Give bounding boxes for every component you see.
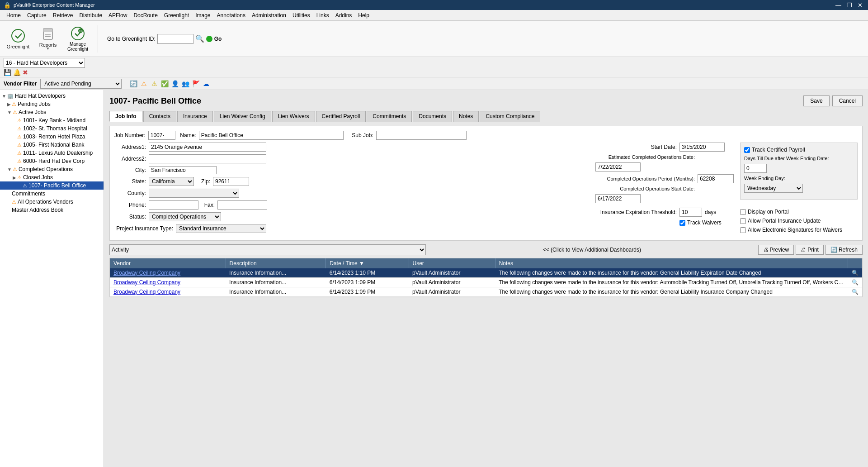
project-insurance-select[interactable]: Standard Insurance <box>176 224 266 233</box>
track-certified-checkbox[interactable] <box>744 147 750 153</box>
preview-btn[interactable]: 🖨 Preview <box>758 245 794 255</box>
county-select[interactable] <box>149 189 239 198</box>
address2-input[interactable] <box>149 154 266 163</box>
cell-search-2[interactable]: 🔍 <box>848 287 862 297</box>
sidebar-item-job-1005[interactable]: ▶⚠1005- First National Bank <box>0 141 104 149</box>
days-till-due-input[interactable] <box>744 164 767 173</box>
menu-item-apflow[interactable]: APFlow <box>106 11 130 19</box>
close-x-icon[interactable]: ✖ <box>23 69 28 76</box>
menu-item-distribute[interactable]: Distribute <box>76 11 105 19</box>
cell-search-0[interactable]: 🔍 <box>848 268 862 278</box>
sidebar-item-job-1007[interactable]: ▶⚠1007- Pacific Bell Office <box>0 181 104 190</box>
filter-icon-group[interactable]: 👥 <box>181 79 190 88</box>
menu-item-annotations[interactable]: Annotations <box>214 11 248 19</box>
bell-icon[interactable]: 🔔 <box>13 69 21 76</box>
completed-ops-period-input[interactable] <box>698 174 734 183</box>
vendor-filter-select[interactable]: Active and Pending <box>40 79 122 89</box>
filter-icon-refresh[interactable]: 🔄 <box>129 79 138 88</box>
filter-icon-alert[interactable]: ⚠ <box>150 79 159 88</box>
sidebar-item-commitments[interactable]: ▶Commitments <box>0 190 104 198</box>
sidebar-item-job-1003[interactable]: ▶⚠1003- Renton Hotel Plaza <box>0 133 104 141</box>
cell-search-1[interactable]: 🔍 <box>848 278 862 287</box>
profile-dropdown[interactable]: 16 - Hard Hat Developers <box>4 58 85 68</box>
titlebar-controls[interactable]: — ❐ ✕ <box>834 2 864 9</box>
restore-btn[interactable]: ❐ <box>845 2 854 9</box>
cancel-button[interactable]: Cancel <box>832 95 863 106</box>
sidebar-item-job-1002[interactable]: ▶⚠1002- St. Thomas Hospital <box>0 124 104 133</box>
est-completed-input[interactable] <box>595 162 641 172</box>
filter-icon-user[interactable]: 👤 <box>170 79 179 88</box>
refresh-btn[interactable]: 🔄 Refresh <box>826 245 863 255</box>
tab-documents[interactable]: Documents <box>413 111 452 122</box>
sidebar-item-job-1007-sub[interactable]: ▶⚠Closed Jobs <box>0 173 104 181</box>
display-portal-checkbox[interactable] <box>740 209 746 215</box>
menu-item-administration[interactable]: Administration <box>249 11 289 19</box>
menu-item-links[interactable]: Links <box>314 11 332 19</box>
menu-item-help[interactable]: Help <box>355 11 372 19</box>
menu-item-docroute[interactable]: DocRoute <box>131 11 160 19</box>
fax-input[interactable] <box>217 200 267 210</box>
menu-item-image[interactable]: Image <box>193 11 213 19</box>
greenlight-id-input[interactable] <box>157 34 193 44</box>
phone-input[interactable] <box>149 200 198 210</box>
vendor-link-1[interactable]: Broadway Ceiling Company <box>113 279 180 286</box>
sidebar-item-pending-jobs[interactable]: ▶⚠Pending Jobs <box>0 100 104 108</box>
save-icon[interactable]: 💾 <box>4 69 11 76</box>
completed-ops-start-input[interactable] <box>595 194 641 203</box>
minimize-btn[interactable]: — <box>834 2 843 9</box>
filter-icon-flag[interactable]: 🚩 <box>191 79 200 88</box>
name-input[interactable] <box>199 131 344 140</box>
state-select[interactable]: California <box>149 177 194 186</box>
menu-item-retrieve[interactable]: Retrieve <box>50 11 76 19</box>
reports-toolbar-btn[interactable]: Reports ▼ <box>33 24 62 54</box>
table-row-0[interactable]: Broadway Ceiling Company Insurance Infor… <box>110 268 862 278</box>
tab-notes[interactable]: Notes <box>453 111 479 122</box>
go-btn[interactable]: Go <box>214 36 222 42</box>
allow-electronic-checkbox[interactable] <box>740 227 746 233</box>
tab-job-info[interactable]: Job Info <box>109 111 142 122</box>
table-row-1[interactable]: Broadway Ceiling Company Insurance Infor… <box>110 278 862 287</box>
activity-select[interactable]: Activity <box>109 244 426 255</box>
start-date-input[interactable] <box>679 143 725 152</box>
insurance-threshold-input[interactable] <box>679 208 702 217</box>
additional-dashboards-link[interactable]: << (Click to View Additional Dashboards) <box>543 247 641 253</box>
week-ending-select[interactable]: Wednesday <box>744 184 803 193</box>
manage-greenlight-toolbar-btn[interactable]: ⚙ Manage Greenlight <box>63 24 92 54</box>
print-btn[interactable]: 🖨 Print <box>796 245 824 255</box>
tab-contacts[interactable]: Contacts <box>143 111 176 122</box>
filter-icon-cloud[interactable]: ☁ <box>202 79 211 88</box>
menu-item-capture[interactable]: Capture <box>24 11 49 19</box>
tab-custom-compliance[interactable]: Custom Compliance <box>480 111 540 122</box>
menu-item-greenlight[interactable]: Greenlight <box>161 11 192 19</box>
sidebar-item-all-ops-vendors[interactable]: ▶⚠All Operations Vendors <box>0 198 104 206</box>
greenlight-toolbar-btn[interactable]: Greenlight <box>4 24 33 54</box>
filter-icon-warning[interactable]: ⚠ <box>139 79 148 88</box>
sidebar-item-job-1011[interactable]: ▶⚠1011- Lexus Auto Dealership <box>0 149 104 157</box>
sidebar-item-job-1001[interactable]: ▶⚠1001- Key Bank - Midland <box>0 116 104 124</box>
close-btn[interactable]: ✕ <box>856 2 864 9</box>
tab-lien-waiver-config[interactable]: Lien Waiver Config <box>214 111 271 122</box>
vendor-link-2[interactable]: Broadway Ceiling Company <box>113 289 180 295</box>
address1-input[interactable] <box>149 143 266 152</box>
sidebar-item-completed-ops[interactable]: ▼⚠Completed Operations <box>0 165 104 173</box>
go-circle-btn[interactable] <box>206 36 212 42</box>
allow-portal-checkbox[interactable] <box>740 218 746 224</box>
filter-icon-ok[interactable]: ✅ <box>160 79 169 88</box>
save-button[interactable]: Save <box>803 95 829 106</box>
status-select[interactable]: Completed Operations <box>149 212 221 221</box>
tab-insurance[interactable]: Insurance <box>177 111 213 122</box>
menu-item-home[interactable]: Home <box>4 11 24 19</box>
sidebar-item-master-addr[interactable]: ▶Master Address Book <box>0 206 104 214</box>
sidebar-item-job-6000[interactable]: ▶⚠6000- Hard Hat Dev Corp <box>0 157 104 165</box>
search-icon[interactable]: 🔍 <box>195 34 204 43</box>
sub-job-input[interactable] <box>376 131 467 140</box>
tab-certified-payroll[interactable]: Certified Payroll <box>316 111 366 122</box>
tab-commitments[interactable]: Commitments <box>367 111 412 122</box>
menu-item-utilities[interactable]: Utilities <box>290 11 313 19</box>
table-row-2[interactable]: Broadway Ceiling Company Insurance Infor… <box>110 287 862 297</box>
tab-lien-waivers[interactable]: Lien Waivers <box>272 111 315 122</box>
sidebar-item-hard-hat-dev[interactable]: ▼🏢Hard Hat Developers <box>0 92 104 100</box>
zip-input[interactable] <box>213 177 249 186</box>
city-input[interactable] <box>151 167 214 173</box>
track-waivers-checkbox[interactable] <box>679 220 685 226</box>
